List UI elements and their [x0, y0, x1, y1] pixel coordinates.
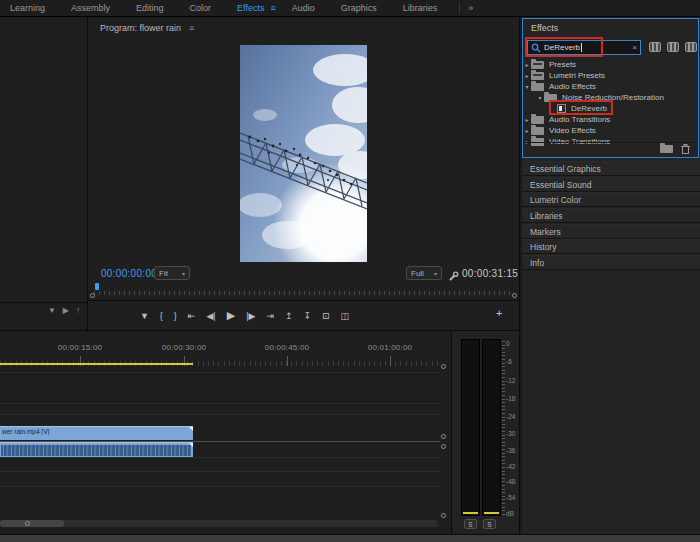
add-marker-icon[interactable]: ▼	[140, 311, 149, 321]
delete-trash-icon[interactable]	[681, 144, 690, 154]
tree-item-audio-effects[interactable]: ▾ Audio Effects	[523, 81, 698, 92]
track-divider	[0, 414, 440, 415]
panel-header-essential-graphics[interactable]: Essential Graphics	[522, 161, 700, 176]
annotation-box-dereverb	[549, 100, 613, 115]
chevron-right-icon[interactable]: ▸	[523, 127, 531, 134]
vertical-scroll-bottom-handle[interactable]	[441, 513, 446, 518]
workspace-menu-icon[interactable]: ≡	[270, 3, 275, 13]
workspace-tab-learning[interactable]: Learning	[10, 3, 45, 13]
workspace-tab-editing[interactable]: Editing	[136, 3, 164, 13]
tree-item-video-effects[interactable]: ▸ Video Effects	[523, 125, 698, 136]
folder-icon	[531, 127, 544, 135]
mark-out-icon[interactable]: }	[174, 311, 177, 321]
audio-track-scroll-handle[interactable]	[441, 444, 446, 449]
program-monitor-title[interactable]: Program: flower rain	[100, 23, 181, 33]
tree-item-label: Audio Transitions	[549, 115, 610, 124]
button-editor-plus-icon[interactable]: +	[496, 307, 502, 319]
video-track-scroll-handle[interactable]	[441, 434, 446, 439]
yuv-filter-icon[interactable]	[685, 42, 697, 52]
ruler-major-tick	[390, 356, 391, 366]
playthrough-icon[interactable]: ▶	[63, 306, 69, 315]
project-panel: ▼ ▶ ↑	[0, 17, 88, 330]
tree-item-label: Video Effects	[549, 126, 596, 135]
chevron-right-icon[interactable]: ▸	[523, 72, 531, 79]
chevron-right-icon[interactable]: ▸	[523, 61, 531, 68]
effects-panel-title[interactable]: Effects	[531, 23, 558, 33]
monitor-scroll-right-handle[interactable]	[512, 293, 517, 298]
track-divider	[0, 486, 440, 487]
toolbar-divider	[459, 3, 460, 13]
timeline-horizontal-scrollbar[interactable]	[0, 520, 438, 527]
new-custom-bin-icon[interactable]	[660, 145, 673, 153]
extract-icon[interactable]: ↧	[303, 311, 311, 321]
settings-wrench-icon[interactable]	[448, 268, 459, 286]
monitor-playhead[interactable]	[95, 283, 99, 290]
go-to-out-icon[interactable]: ⇥	[266, 311, 274, 321]
meter-scale-label: dB	[506, 510, 519, 517]
zoom-level-value: Fit	[159, 269, 168, 278]
meter-level-indicator	[463, 512, 478, 514]
zoom-level-select[interactable]: Fit ▾	[154, 266, 190, 280]
annotation-box-search	[525, 37, 603, 57]
track-divider	[0, 471, 440, 472]
tree-item-presets[interactable]: ▸ Presets	[523, 59, 698, 70]
mark-in-icon[interactable]: {	[160, 311, 163, 321]
workspace-tab-color[interactable]: Color	[190, 3, 212, 13]
workspace-tab-audio[interactable]: Audio	[292, 3, 315, 13]
panel-header-markers[interactable]: Markers	[522, 224, 700, 239]
accelerated-effects-filter-icon[interactable]	[649, 42, 661, 52]
tree-item-label: Presets	[549, 60, 576, 69]
ruler-label: 00:00:45:00	[265, 343, 309, 352]
scrollbar-handle[interactable]	[0, 520, 64, 527]
chevron-down-icon[interactable]: ▾	[523, 83, 531, 90]
panel-menu-icon[interactable]: ≡	[189, 23, 194, 33]
monitor-scroll-left-handle[interactable]	[90, 293, 95, 298]
video-clip[interactable]: wer rain.mp4 [V]	[0, 426, 193, 440]
filter-funnel-icon[interactable]: ▼	[48, 306, 56, 315]
meter-scale-label: -24	[506, 413, 519, 420]
chevron-right-icon[interactable]: ▸	[523, 116, 531, 123]
play-icon[interactable]: ▶	[227, 309, 235, 322]
meter-scale-label: -48	[506, 478, 519, 485]
playback-resolution-select[interactable]: Full ▾	[406, 266, 442, 280]
solo-button-right[interactable]: S	[483, 519, 496, 529]
current-timecode[interactable]: 00:00:00:00	[101, 268, 157, 279]
go-to-in-icon[interactable]: ⇤	[188, 311, 196, 321]
meter-scale-label: -42	[506, 463, 519, 470]
meter-scale-label: -6	[506, 358, 519, 365]
monitor-mini-ruler[interactable]	[94, 285, 514, 295]
panel-header-essential-sound[interactable]: Essential Sound	[522, 177, 700, 192]
ruler-label: 00:00:30:00	[162, 343, 206, 352]
solo-button-left[interactable]: S	[464, 519, 477, 529]
track-divider	[0, 372, 440, 373]
duration-timecode: 00:00:31:15	[462, 268, 518, 279]
vertical-scroll-top-handle[interactable]	[441, 364, 446, 369]
step-forward-icon[interactable]: |▶	[246, 311, 255, 321]
comparison-view-icon[interactable]: ◫	[341, 311, 350, 321]
panel-header-history[interactable]: History	[522, 239, 700, 254]
tree-item-audio-transitions[interactable]: ▸ Audio Transitions	[523, 114, 698, 125]
workspace-overflow-icon[interactable]: »	[468, 3, 473, 13]
panel-header-info[interactable]: Info	[522, 255, 700, 270]
chevron-down-icon[interactable]: ▾	[536, 94, 544, 101]
scrollbar-zoom-handle[interactable]	[25, 521, 30, 526]
tree-item-lumetri-presets[interactable]: ▸ Lumetri Presets	[523, 70, 698, 81]
panel-header-libraries[interactable]: Libraries	[522, 208, 700, 223]
export-frame-icon[interactable]: ⊡	[322, 311, 330, 321]
audio-clip[interactable]	[0, 442, 193, 457]
track-divider	[0, 403, 440, 404]
panel-header-label: Essential Graphics	[530, 164, 601, 174]
work-area-bar[interactable]	[0, 363, 193, 365]
step-back-icon[interactable]: ◀|	[206, 311, 215, 321]
workspace-tab-assembly[interactable]: Assembly	[71, 3, 110, 13]
workspace-tab-effects[interactable]: Effects	[237, 3, 264, 13]
32bit-color-filter-icon[interactable]	[667, 42, 679, 52]
workspace-tab-graphics[interactable]: Graphics	[341, 3, 377, 13]
lift-icon[interactable]: ↥	[285, 311, 293, 321]
workspace-tab-libraries[interactable]: Libraries	[403, 3, 438, 13]
meter-tick-scale	[502, 341, 505, 517]
program-monitor-header: Program: flower rain ≡	[100, 23, 194, 33]
panel-header-lumetri-color[interactable]: Lumetri Color	[522, 192, 700, 207]
clear-search-icon[interactable]: ×	[632, 43, 637, 52]
export-icon[interactable]: ↑	[76, 306, 80, 315]
